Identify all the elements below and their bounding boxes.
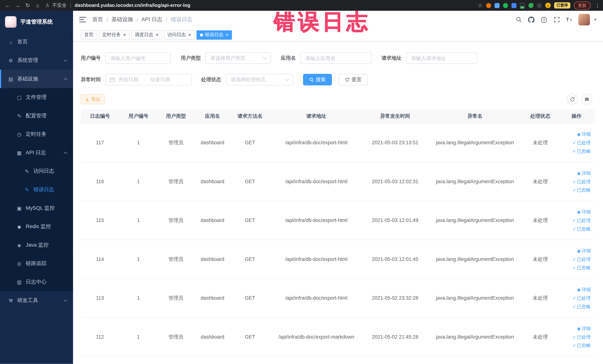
extension-icon-7[interactable] <box>537 3 542 8</box>
tab-item-2[interactable]: 调度日志× <box>131 30 162 39</box>
bookmark-star-icon[interactable]: ☆ <box>478 2 483 8</box>
ignored-link[interactable]: ✓已忽略 <box>560 186 591 194</box>
sidebar-item-10[interactable]: ◆Redis 监控 <box>0 217 73 236</box>
processed-link[interactable]: ✓已处理 <box>560 138 591 147</box>
ignored-link[interactable]: ✓已忽略 <box>560 302 591 311</box>
tab-close-icon[interactable]: × <box>226 32 229 37</box>
logo-title: 芋道管理系统 <box>20 18 53 25</box>
processed-link[interactable]: ✓已处理 <box>560 255 591 263</box>
exception-time-range-picker[interactable]: 开始日期 - 结束日期 <box>105 74 192 85</box>
user-id-input[interactable] <box>105 52 171 64</box>
extension-icon-5[interactable]: on <box>520 3 525 8</box>
export-button[interactable]: 导出 <box>81 94 105 104</box>
fullscreen-icon[interactable] <box>553 16 560 23</box>
breadcrumb-item[interactable]: 错误日志 <box>171 16 192 23</box>
processed-link-label: 已处理 <box>577 140 591 145</box>
extension-icon-2[interactable] <box>495 3 499 8</box>
search-icon[interactable] <box>515 16 522 23</box>
tab-item-0[interactable]: 首页 <box>81 30 97 39</box>
browser-home-icon[interactable]: ⌂ <box>33 2 42 8</box>
sidebar-collapse-icon[interactable] <box>79 17 86 22</box>
extension-icon-3[interactable] <box>503 3 508 8</box>
processed-link-label: 已处理 <box>577 257 591 262</box>
eye-icon: ◉ <box>577 287 581 292</box>
sidebar-item-6[interactable]: ▦API 日志 <box>0 143 73 162</box>
detail-link[interactable]: ◉详细 <box>560 208 591 216</box>
ignored-link[interactable]: ✓已忽略 <box>560 341 591 350</box>
sidebar-item-7[interactable]: ✎访问日志 <box>0 162 73 180</box>
refresh-button[interactable] <box>567 94 578 105</box>
tab-close-icon[interactable]: × <box>156 32 159 37</box>
tab-close-icon[interactable]: × <box>188 32 191 37</box>
sidebar-item-11[interactable]: ◈Java 监控 <box>0 236 73 254</box>
reload-icon[interactable]: ↻ <box>23 2 32 8</box>
cell-method: GET <box>231 240 269 279</box>
table-toolbar: 导出 <box>81 94 595 105</box>
processed-link[interactable]: ✓已处理 <box>560 294 591 302</box>
user-type-select[interactable]: 请选择用户类型 <box>205 52 271 64</box>
github-icon[interactable] <box>528 16 535 23</box>
breadcrumb-item[interactable]: 首页 <box>92 16 103 23</box>
avatar[interactable] <box>578 14 590 25</box>
sidebar-item-4[interactable]: ✎配置管理 <box>0 107 73 125</box>
sidebar-item-3[interactable]: ▢文件管理 <box>0 88 73 107</box>
breadcrumb-item[interactable]: API 日志 <box>141 16 162 23</box>
extension-icon-1[interactable] <box>486 3 491 8</box>
detail-link[interactable]: ◉详细 <box>560 324 591 333</box>
detail-link[interactable]: ◉详细 <box>560 247 591 255</box>
detail-link[interactable]: ◉详细 <box>560 169 591 177</box>
sidebar-item-1[interactable]: ⚙系统管理 <box>0 51 73 70</box>
browser-menu-icon[interactable]: ⋮ <box>595 2 600 8</box>
sidebar-item-label: 访问日志 <box>33 168 54 175</box>
breadcrumb-item[interactable]: 基础设施 <box>111 16 133 23</box>
processed-link[interactable]: ✓已处理 <box>560 216 591 224</box>
back-icon[interactable]: ← <box>3 2 12 8</box>
sidebar-item-2[interactable]: ▤基础设施 <box>0 70 73 88</box>
tab-item-4[interactable]: 错误日志× <box>197 30 232 39</box>
sidebar-item-12[interactable]: ◎链路追踪 <box>0 254 73 273</box>
forward-icon[interactable]: → <box>13 2 23 8</box>
detail-link[interactable]: ◉详细 <box>560 285 591 294</box>
sidebar-item-label: MySQL 监控 <box>26 205 55 211</box>
cell-exception: java.lang.IllegalArgumentException <box>427 279 523 317</box>
sidebar-item-5[interactable]: ◷定时任务 <box>0 125 73 143</box>
filter-row-2: 异常时间 开始日期 - 结束日期 处理状态 请选择处理状态 <box>81 74 595 85</box>
processed-link[interactable]: ✓已处理 <box>560 177 591 186</box>
sidebar-item-13[interactable]: ▥日志中心 <box>0 273 73 291</box>
breadcrumb-separator: / <box>166 16 167 23</box>
sidebar-item-0[interactable]: ⌂首页 <box>0 33 73 51</box>
font-size-icon[interactable]: TT <box>566 16 573 23</box>
ignored-link[interactable]: ✓已忽略 <box>560 224 591 233</box>
table-tools <box>567 94 595 105</box>
extension-icon-4[interactable] <box>511 3 516 8</box>
tab-label: 定时任务 <box>102 32 121 38</box>
request-url-input[interactable] <box>406 52 477 64</box>
sidebar-item-14[interactable]: ⚒研发工具 <box>0 291 73 310</box>
app-name-input[interactable] <box>300 52 371 64</box>
eye-icon: ◉ <box>577 171 581 175</box>
cell-url: /api/infra/db-doc/export-html <box>269 240 363 279</box>
cell-actions: ◉详细✓已处理✓已忽略 <box>557 279 595 317</box>
sidebar-item-9[interactable]: ▣MySQL 监控 <box>0 199 73 218</box>
detail-link[interactable]: ◉详细 <box>560 130 591 138</box>
reset-button[interactable]: 重置 <box>339 74 368 85</box>
avatar-caret-down-icon[interactable] <box>594 19 597 21</box>
tab-item-3[interactable]: 访问日志× <box>164 30 195 39</box>
system-icon: ⚙ <box>8 58 14 63</box>
browser-update-button[interactable]: 更新 <box>574 1 591 10</box>
smiley-extension-icon[interactable]: ☺ <box>545 3 551 8</box>
tab-close-icon[interactable]: × <box>123 32 126 37</box>
sidebar-item-8[interactable]: ✎错误日志 <box>0 180 73 199</box>
address-bar[interactable]: ⚠ 不安全 dashboard.yudao.iocoder.cn/infra/l… <box>46 2 473 9</box>
process-status-select[interactable]: 请选择处理状态 <box>226 74 293 85</box>
user-type-label: 用户类型 <box>181 55 201 61</box>
help-icon[interactable]: ? <box>540 16 548 23</box>
cell-user_id: 1 <box>119 317 158 356</box>
processed-link[interactable]: ✓已处理 <box>560 332 591 341</box>
ignored-link[interactable]: ✓已忽略 <box>560 147 591 155</box>
ignored-link[interactable]: ✓已忽略 <box>560 263 591 272</box>
search-button[interactable]: 搜索 <box>303 74 332 85</box>
column-settings-button[interactable] <box>581 94 592 105</box>
extension-icon-6[interactable] <box>529 3 533 8</box>
tab-item-1[interactable]: 定时任务× <box>99 30 129 39</box>
